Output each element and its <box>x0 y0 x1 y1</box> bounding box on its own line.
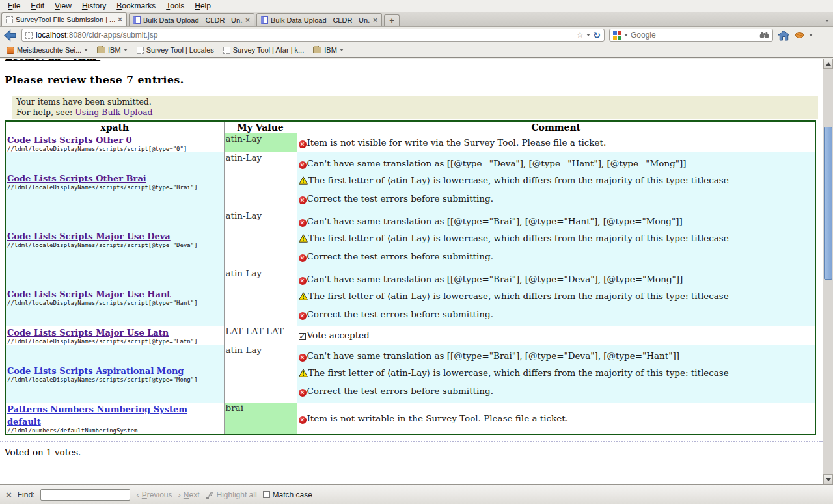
error-icon: ✕ <box>299 389 307 397</box>
comment-text: The first letter of ⟨atin-Lay⟩ is lowerc… <box>308 291 729 301</box>
xpath-cell: Code Lists Scripts Other Brai//ldml/loca… <box>5 152 224 210</box>
xpath-cell: Code Lists Scripts Major Use Deva//ldml/… <box>5 210 224 268</box>
toolbar-overflow-chevron-icon[interactable] <box>809 34 813 36</box>
tab-close-icon[interactable]: × <box>118 16 122 23</box>
url-bar[interactable]: localhost:8080/cldr-apps/submit.jsp ☆ ↻ <box>21 29 605 42</box>
tab-strip: SurveyTool File Submission | ...×Bulk Da… <box>1 12 384 26</box>
comment-cell: ✕Can't have same translation as [[@type=… <box>297 152 815 210</box>
tab-close-icon[interactable]: × <box>373 17 377 23</box>
warning-icon: ! <box>299 176 308 187</box>
find-label: Find: <box>18 490 35 499</box>
xpath-link[interactable]: Code Lists Scripts Major Use Latn <box>7 328 169 338</box>
match-case-toggle[interactable]: Match case <box>263 490 312 499</box>
error-icon: ✕ <box>299 161 307 169</box>
error-icon: ✕ <box>299 254 307 262</box>
tab-overflow-chevron-icon[interactable] <box>825 20 829 22</box>
xpath-cell: Patterns Numbers Numbering System defaul… <box>5 403 224 434</box>
addon-icon[interactable] <box>795 31 804 40</box>
bookmark-star-icon[interactable]: ☆ <box>577 31 584 39</box>
xpath-link[interactable]: Code Lists Scripts Major Use Hant <box>7 289 171 299</box>
tab-1[interactable]: SurveyTool File Submission | ...× <box>1 12 127 26</box>
reload-icon[interactable]: ↻ <box>593 31 601 40</box>
tab-3[interactable]: Bulk Data Upload - CLDR - Un...× <box>256 13 382 26</box>
comment-text: Vote accepted <box>307 330 370 340</box>
find-input[interactable] <box>40 489 130 501</box>
table-row-2: Code Lists Scripts Other Brai//ldml/loca… <box>5 152 815 210</box>
comment-message: ✕Item is not visible for write via the S… <box>299 137 814 148</box>
scrollbar-thumb[interactable] <box>824 127 832 280</box>
comment-text: Item is not visible for write via the Su… <box>307 137 607 148</box>
menu-help[interactable]: Help <box>189 1 216 12</box>
back-button[interactable] <box>3 29 17 42</box>
xpath-code: //ldml/localeDisplayNames/scripts/script… <box>7 242 223 248</box>
vertical-scrollbar[interactable] <box>823 59 833 484</box>
placeholder-favicon-icon <box>6 16 13 23</box>
xpath-link[interactable]: Patterns Numbers Numbering System defaul… <box>7 405 187 427</box>
my-value-cell: brai <box>224 403 297 434</box>
comment-text: Can't have same translation as [[@type="… <box>307 216 683 226</box>
tab-title: SurveyTool File Submission | ... <box>16 16 115 23</box>
scroll-up-button[interactable] <box>823 59 833 69</box>
my-value-cell: atin-Lay <box>224 152 297 210</box>
notice-line2: For help, see: Using Bulk Upload <box>16 107 813 118</box>
binoculars-icon[interactable] <box>759 31 769 39</box>
dropdown-chevron-icon <box>340 49 344 51</box>
comment-cell: ✕Item is not visible for write via the S… <box>297 133 815 152</box>
xpath-code: //ldml/localeDisplayNames/scripts/script… <box>7 184 223 191</box>
xpath-link[interactable]: Code Lists Scripts Other Brai <box>7 174 146 183</box>
table-row-1: Code Lists Scripts Other 0//ldml/localeD… <box>5 133 815 152</box>
my-value-cell: atin-Lay <box>224 268 297 326</box>
bookmark-item-2[interactable]: IBM <box>94 45 131 55</box>
find-next-button[interactable]: › Next <box>178 490 200 499</box>
match-case-checkbox[interactable] <box>263 491 270 498</box>
find-close-icon[interactable]: × <box>6 490 12 499</box>
menu-view[interactable]: View <box>49 1 77 12</box>
bookmark-item-3[interactable]: Survey Tool | Locales <box>133 45 217 55</box>
document-favicon-icon <box>133 16 141 24</box>
xpath-link[interactable]: Code Lists Scripts Aspirational Mong <box>7 366 184 376</box>
notice-help-prefix: For help, see: <box>16 107 75 117</box>
xpath-link[interactable]: Code Lists Scripts Major Use Deva <box>7 232 171 241</box>
scroll-down-button[interactable] <box>823 474 833 484</box>
up-arrow-icon <box>826 62 831 66</box>
highlight-all-button[interactable]: Highlight all <box>206 490 257 499</box>
navigation-bar: localhost:8080/cldr-apps/submit.jsp ☆ ↻ <box>0 27 833 43</box>
menu-tools[interactable]: Tools <box>161 1 189 12</box>
comment-text: Correct the test errors before submittin… <box>307 309 493 319</box>
comment-text: Correct the test errors before submittin… <box>307 251 493 261</box>
search-box[interactable] <box>609 29 773 42</box>
search-engine-chevron-icon[interactable] <box>624 34 628 36</box>
warning-icon: ! <box>299 369 308 380</box>
url-dropdown-chevron-icon[interactable] <box>586 34 590 36</box>
home-button[interactable] <box>778 30 790 41</box>
error-icon: ✕ <box>299 354 307 362</box>
document-favicon-icon <box>261 16 268 24</box>
folder-icon <box>97 47 105 53</box>
url-text: localhost:8080/cldr-apps/submit.jsp <box>36 31 157 40</box>
xpath-code: //ldml/localeDisplayNames/scripts/script… <box>7 146 223 152</box>
comment-message: ✕Correct the test errors before submitti… <box>299 251 814 262</box>
col-header-xpath: xpath <box>5 121 224 133</box>
votes-summary: Voted on 1 votes. <box>5 447 823 457</box>
tab-2[interactable]: Bulk Data Upload - CLDR - Un...× <box>129 13 254 26</box>
bulk-upload-help-link[interactable]: Using Bulk Upload <box>75 107 152 117</box>
find-previous-button[interactable]: ‹ Previous <box>136 490 172 499</box>
menu-edit[interactable]: Edit <box>25 1 49 12</box>
new-tab-button[interactable]: + <box>384 14 400 26</box>
xpath-code: //ldml/localeDisplayNames/scripts/script… <box>7 338 223 345</box>
menu-bookmarks[interactable]: Bookmarks <box>111 1 161 12</box>
comment-text: Can't have same translation as [[@type="… <box>307 351 679 361</box>
comment-text: Can't have same translation as [[@type="… <box>307 158 687 168</box>
search-input[interactable] <box>631 31 757 40</box>
xpath-link[interactable]: Code Lists Scripts Other 0 <box>7 135 132 145</box>
bookmark-item-5[interactable]: IBM <box>310 45 347 55</box>
page-content: Locale: aa - 'Afar' Please review these … <box>0 59 823 484</box>
comment-message: ✕Can't have same translation as [[@type=… <box>299 274 814 285</box>
bookmark-item-1[interactable]: Meistbesuchte Sei... <box>3 45 91 55</box>
tab-close-icon[interactable]: × <box>245 17 250 23</box>
bookmark-item-4[interactable]: Survey Tool | Afar | k... <box>220 45 307 55</box>
menu-history[interactable]: History <box>77 1 111 12</box>
menu-file[interactable]: File <box>3 1 25 12</box>
comment-message: !The first letter of ⟨atin-Lay⟩ is lower… <box>299 367 814 380</box>
notice-line1: Your items have been submitted. <box>16 97 813 107</box>
